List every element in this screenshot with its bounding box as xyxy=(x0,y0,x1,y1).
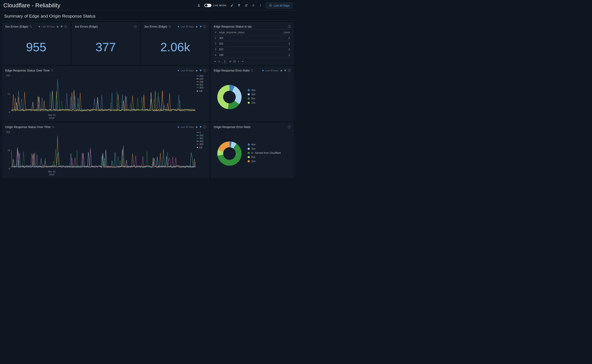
legend-item[interactable]: 403 xyxy=(197,86,207,89)
user-icon[interactable] xyxy=(197,4,201,7)
origin-donut-legend: 4xx3xx0 - Served from Cloudflare5xx2xx xyxy=(248,143,281,164)
panel-3xx-edge: 3xx Errors (Edge) Last 30 Days i 2.06k xyxy=(142,23,209,65)
legend-pager[interactable]: 1/4 xyxy=(197,90,207,92)
copy-icon[interactable] xyxy=(195,69,198,72)
more-icon[interactable] xyxy=(259,4,262,7)
magnify-icon[interactable] xyxy=(30,25,32,28)
legend-item[interactable]: 200 xyxy=(197,134,207,136)
page-input[interactable] xyxy=(222,60,228,63)
origin-donut-chart[interactable] xyxy=(214,138,245,169)
panel-origin-ratio: Origin Response Error Ratio i 4xx3xx0 - … xyxy=(211,123,294,177)
legend-item[interactable]: 5xx xyxy=(248,97,255,100)
filter-icon[interactable] xyxy=(199,25,202,28)
table-row[interactable]: 35221 xyxy=(214,47,291,52)
legend-item[interactable]: 4xx xyxy=(248,143,281,146)
svg-point-1 xyxy=(260,5,261,6)
panel-edge-over-time: Edge Response Status Over Time Last 30 D… xyxy=(2,66,209,121)
magnify-icon[interactable] xyxy=(51,69,54,72)
filter-icon[interactable] xyxy=(60,25,63,28)
legend-item[interactable]: 304 xyxy=(197,140,207,143)
clock-icon xyxy=(269,4,272,7)
filter-icon[interactable] xyxy=(237,4,241,7)
section-title: Summary of Edge and Origin Response Stat… xyxy=(1,10,295,20)
magnify-icon[interactable] xyxy=(169,25,171,28)
edge-line-legend: 2002042063014031/4 xyxy=(197,74,207,120)
dashboard-title: Cloudflare - Reliability xyxy=(3,2,197,9)
edit-icon[interactable] xyxy=(230,4,234,7)
info-icon[interactable]: i xyxy=(288,125,291,129)
dashboard-header: Cloudflare - Reliability LIVE MODE Last … xyxy=(0,0,296,10)
legend-item[interactable]: 206 xyxy=(197,81,207,83)
svg-point-0 xyxy=(260,4,261,5)
timerange-button[interactable]: Last 30 Days xyxy=(266,2,293,9)
refresh-icon[interactable] xyxy=(252,4,255,7)
info-icon[interactable]: i xyxy=(288,69,291,72)
dashboard-grid: 5xx Errors (Edge) Last 30 Days i 955 4xx… xyxy=(0,20,296,180)
page-prev-icon[interactable] xyxy=(218,60,220,63)
legend-pager[interactable]: 1/2 xyxy=(197,146,207,149)
legend-item[interactable]: 5xx xyxy=(248,156,281,159)
page-next-icon[interactable] xyxy=(237,60,240,63)
copy-icon[interactable] xyxy=(195,25,198,28)
header-toolbar: LIVE MODE Last 30 Days xyxy=(197,2,293,9)
magnify-icon[interactable] xyxy=(52,126,54,129)
lock-icon xyxy=(177,69,179,72)
legend-item[interactable]: 301 xyxy=(197,137,207,140)
edge-donut-chart[interactable] xyxy=(214,81,245,113)
panel-origin-over-time: Origin Response Status Over Time Last 30… xyxy=(2,123,209,177)
table-pager: of 10 xyxy=(211,58,293,64)
filter-icon[interactable] xyxy=(199,126,202,129)
timerange-label: Last 30 Days xyxy=(274,4,289,7)
edge-rps-table: # edge_response_status _count 1301225221… xyxy=(214,30,291,58)
copy-icon[interactable] xyxy=(195,126,198,129)
info-icon[interactable]: i xyxy=(203,125,206,129)
filter-icon[interactable] xyxy=(284,69,287,72)
panel-range: Last 30 Days xyxy=(42,25,55,28)
edge-donut-legend: 4xx3xx5xx2xx xyxy=(248,89,255,105)
legend-item[interactable]: 2xx xyxy=(248,101,255,104)
page-last-icon[interactable] xyxy=(242,60,244,63)
svg-text:0: 0 xyxy=(9,111,10,113)
panel-title: Origin Response Error Ratio xyxy=(214,125,250,129)
svg-point-2 xyxy=(260,6,261,7)
filter-icon[interactable] xyxy=(199,69,202,72)
info-icon[interactable]: i xyxy=(203,69,206,72)
share-icon[interactable] xyxy=(244,4,248,7)
lock-icon xyxy=(177,126,179,128)
info-icon[interactable]: i xyxy=(288,25,291,28)
svg-text:0: 0 xyxy=(9,167,10,170)
lock-icon xyxy=(262,69,264,72)
copy-icon[interactable] xyxy=(280,69,283,72)
panel-range: Last 30 Days xyxy=(265,69,279,72)
svg-text:152: 152 xyxy=(6,131,10,133)
info-icon[interactable]: i xyxy=(203,25,206,28)
svg-text:76: 76 xyxy=(7,149,10,152)
legend-item[interactable]: 204 xyxy=(197,78,207,80)
origin-line-chart[interactable]: 076152Nov 192018Nov 262018Dec 032018 xyxy=(4,131,197,176)
legend-item[interactable]: 3xx xyxy=(248,147,281,150)
table-row[interactable]: 13012 xyxy=(214,35,291,41)
edge-line-chart[interactable]: 071142Nov 192018Nov 262018Dec 032018 xyxy=(4,74,197,120)
table-row[interactable]: 25221 xyxy=(214,41,291,47)
copy-icon[interactable] xyxy=(56,25,59,28)
magnify-icon[interactable] xyxy=(251,69,254,72)
legend-item[interactable]: 0 - Served from Cloudflare xyxy=(248,151,281,154)
panel-title: Edge Response Status Over Time xyxy=(5,69,50,72)
legend-item[interactable]: 301 xyxy=(197,84,207,86)
table-row[interactable]: 42001 xyxy=(214,52,291,58)
legend-item[interactable]: 200 xyxy=(197,75,207,77)
legend-item[interactable]: 0 xyxy=(197,131,207,134)
bignum-3xx: 2.06k xyxy=(142,30,209,64)
info-icon[interactable]: i xyxy=(134,25,137,28)
legend-item[interactable]: 403 xyxy=(197,143,207,145)
legend-item[interactable]: 3xx xyxy=(248,93,255,96)
info-icon[interactable]: i xyxy=(64,25,67,28)
panel-5xx-edge: 5xx Errors (Edge) Last 30 Days i 955 xyxy=(2,23,70,65)
panel-title: Origin Response Status Over Time xyxy=(5,125,50,129)
legend-item[interactable]: 2xx xyxy=(248,160,281,163)
live-mode-toggle[interactable]: LIVE MODE xyxy=(204,4,226,7)
page-first-icon[interactable] xyxy=(214,60,216,63)
svg-text:2018: 2018 xyxy=(49,117,54,119)
legend-item[interactable]: 4xx xyxy=(248,89,255,92)
lock-icon xyxy=(177,26,179,28)
